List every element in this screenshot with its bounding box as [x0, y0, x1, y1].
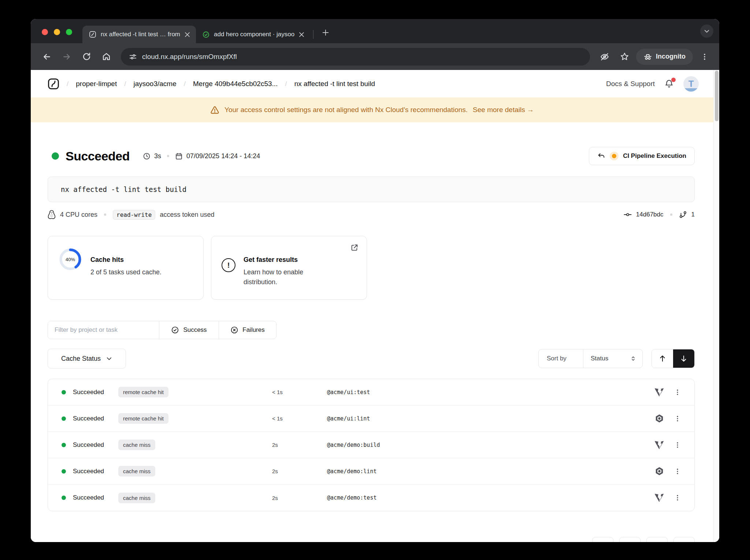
- page-scrollbar[interactable]: [713, 70, 719, 542]
- tab-search-button[interactable]: [700, 25, 713, 38]
- breadcrumb-separator: /: [184, 80, 186, 88]
- task-duration: < 1s: [272, 389, 327, 395]
- nx-logo-icon[interactable]: [48, 78, 59, 90]
- tab-nx-run[interactable]: nx affected -t lint test … from: [82, 26, 196, 43]
- info-exclamation-icon: !: [222, 258, 235, 272]
- breadcrumb-repo[interactable]: jaysoo3/acme: [134, 80, 177, 88]
- avatar[interactable]: T: [683, 76, 699, 92]
- breadcrumb-workspace[interactable]: proper-limpet: [76, 80, 117, 88]
- distribution-card[interactable]: ! Get faster results Learn how to enable…: [211, 236, 367, 300]
- home-button[interactable]: [98, 49, 114, 65]
- sort-control: Sort by Status: [538, 349, 643, 368]
- pagination-button[interactable]: [673, 537, 695, 542]
- task-list: Succeeded remote cache hit < 1s @acme/ui…: [48, 379, 695, 511]
- cache-status-badge: remote cache hit: [118, 387, 168, 397]
- task-status: Succeeded: [73, 494, 112, 501]
- close-tab-icon[interactable]: [185, 32, 190, 37]
- sort-ascending-button[interactable]: [652, 349, 673, 368]
- vitest-icon: [648, 387, 670, 397]
- git-branch-icon: [679, 211, 687, 219]
- eye-off-icon[interactable]: [597, 49, 613, 65]
- task-name[interactable]: @acme/demo:lint: [327, 468, 648, 475]
- breadcrumb-commit[interactable]: Merge 409b44e5cb02c53...: [193, 80, 278, 88]
- filter-input[interactable]: [48, 321, 159, 339]
- banner-link[interactable]: See more details →: [473, 106, 534, 114]
- success-dot: [62, 416, 66, 421]
- tab-title: add hero component · jaysoo: [214, 31, 294, 38]
- task-row[interactable]: Succeeded cache miss 2s @acme/demo:test: [48, 485, 694, 511]
- row-menu-icon[interactable]: [670, 441, 685, 449]
- notification-dot: [671, 78, 676, 82]
- sort-descending-button[interactable]: [673, 349, 694, 368]
- window-controls[interactable]: [42, 29, 72, 35]
- close-window-button[interactable]: [42, 29, 48, 35]
- breadcrumb-run[interactable]: nx affected -t lint test build: [294, 80, 375, 88]
- address-bar[interactable]: cloud.nx.app/runs/smOmxpfXfl: [121, 48, 590, 66]
- eslint-icon: [648, 414, 670, 423]
- cache-status-label: Cache Status: [61, 355, 101, 363]
- sort-by-label: Sort by: [539, 349, 583, 368]
- dot-separator: [670, 214, 672, 216]
- back-button[interactable]: [39, 49, 55, 65]
- task-row[interactable]: Succeeded remote cache hit < 1s @acme/ui…: [48, 379, 694, 405]
- pagination-button[interactable]: [646, 537, 668, 542]
- row-menu-icon[interactable]: [670, 415, 685, 422]
- access-warning-banner[interactable]: Your access control settings are not ali…: [31, 97, 713, 122]
- pagination: [48, 537, 695, 542]
- browser-menu-icon[interactable]: [697, 49, 713, 65]
- docs-support-link[interactable]: Docs & Support: [606, 80, 655, 88]
- row-menu-icon[interactable]: [670, 468, 685, 475]
- pagination-button[interactable]: [619, 537, 641, 542]
- minimize-window-button[interactable]: [54, 29, 60, 35]
- cache-hits-card: 40% Cache hits 2 of 5 tasks used cache.: [48, 236, 204, 300]
- url-text: cloud.nx.app/runs/smOmxpfXfl: [142, 53, 237, 61]
- cache-status-dropdown[interactable]: Cache Status: [48, 349, 126, 368]
- breadcrumb: / proper-limpet / jaysoo3/acme / Merge 4…: [48, 78, 375, 90]
- sort-select[interactable]: Status: [583, 349, 642, 368]
- forward-button[interactable]: [59, 49, 75, 65]
- task-duration: 2s: [272, 442, 327, 448]
- page-content: / proper-limpet / jaysoo3/acme / Merge 4…: [31, 70, 713, 542]
- dot-separator: [104, 214, 106, 216]
- new-tab-button[interactable]: [319, 26, 332, 39]
- tab-title: nx affected -t lint test … from: [101, 31, 180, 38]
- commit-sha[interactable]: 14d67bdc: [636, 211, 664, 218]
- filter-success-button[interactable]: Success: [159, 321, 219, 339]
- fullscreen-window-button[interactable]: [66, 29, 72, 35]
- tab-bar: nx affected -t lint test … from add hero…: [31, 19, 719, 43]
- cache-hits-donut: 40%: [58, 247, 82, 271]
- row-menu-icon[interactable]: [670, 389, 685, 396]
- avatar-initial: T: [688, 79, 694, 89]
- pagination-button[interactable]: [592, 537, 613, 542]
- task-row[interactable]: Succeeded cache miss 2s @acme/demo:lint: [48, 458, 694, 485]
- run-duration: 3s: [154, 152, 161, 160]
- cache-status-badge: cache miss: [118, 440, 155, 450]
- task-status: Succeeded: [73, 415, 112, 422]
- close-tab-icon[interactable]: [299, 32, 304, 37]
- ci-pipeline-execution-button[interactable]: CI Pipeline Execution: [589, 147, 695, 165]
- run-date-range: 07/09/2025 14:24 - 14:24: [186, 152, 260, 160]
- site-settings-icon[interactable]: [129, 53, 137, 61]
- task-name[interactable]: @acme/ui:lint: [327, 415, 648, 422]
- chevrons-up-down-icon: [630, 355, 636, 362]
- task-name[interactable]: @acme/ui:test: [327, 389, 648, 396]
- sort-direction-toggle: [651, 349, 695, 368]
- cache-status-badge: remote cache hit: [118, 413, 168, 424]
- filter-failures-button[interactable]: Failures: [219, 321, 276, 339]
- reload-button[interactable]: [78, 49, 94, 65]
- notifications-bell-icon[interactable]: [664, 79, 674, 89]
- task-name[interactable]: @acme/demo:test: [327, 494, 648, 501]
- task-row[interactable]: Succeeded remote cache hit < 1s @acme/ui…: [48, 405, 694, 432]
- scrollbar-thumb[interactable]: [715, 71, 719, 121]
- task-row[interactable]: Succeeded cache miss 2s @acme/demo:build: [48, 432, 694, 458]
- breadcrumb-separator: /: [124, 80, 126, 88]
- breadcrumb-separator: /: [67, 80, 68, 88]
- cache-status-badge: cache miss: [118, 466, 155, 476]
- success-dot: [62, 469, 66, 474]
- bookmark-star-icon[interactable]: [616, 49, 632, 65]
- row-menu-icon[interactable]: [670, 494, 685, 501]
- cache-status-badge: cache miss: [118, 493, 155, 503]
- task-name[interactable]: @acme/demo:build: [327, 442, 648, 448]
- run-command: nx affected -t lint test build: [61, 185, 186, 193]
- tab-hero-pr[interactable]: add hero component · jaysoo: [196, 26, 310, 43]
